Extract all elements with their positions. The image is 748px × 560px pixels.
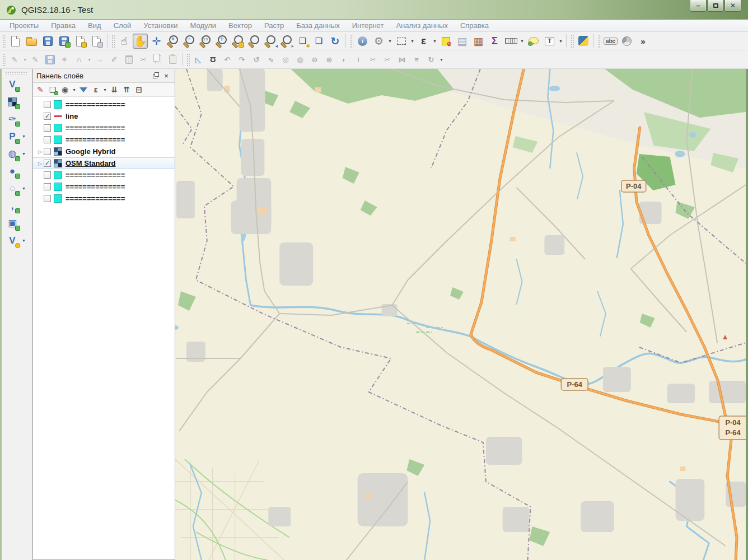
rotate-point-symbols-button[interactable]: ↻ [424,53,438,66]
add-raster-layer-button[interactable] [4,94,21,110]
layer-checkbox[interactable]: ✓ [44,160,51,167]
expression-dropdown[interactable]: ▾ [432,34,438,49]
pan-map-button[interactable]: ✋ [133,34,148,49]
filter-expression-button[interactable]: ε [90,83,102,96]
labeling-button[interactable]: abc [603,34,618,49]
rotate-feature-button[interactable]: ↺ [250,53,263,66]
layers-panel-header[interactable]: Панель слоёв × [33,69,175,83]
toolbar-grip[interactable] [5,71,27,74]
toolbar-grip[interactable] [186,53,190,66]
layer-checkbox[interactable] [44,195,51,202]
merge-attributes-button[interactable]: ≡ [410,53,423,66]
select-features-button[interactable] [394,34,409,49]
refresh-button[interactable]: ↻ [328,34,343,49]
layer-checkbox[interactable]: ✓ [44,113,51,120]
layer-row[interactable]: ============== [33,169,175,181]
add-postgis-layer-button[interactable]: P [4,128,21,144]
shapefile-dropdown[interactable]: ▾ [21,233,27,248]
new-composer-button[interactable] [73,34,88,49]
maximize-button[interactable] [707,0,724,12]
open-project-button[interactable] [24,34,39,49]
identify-button[interactable]: i [355,34,370,49]
save-edits-button[interactable] [43,53,57,66]
undo-button[interactable]: ↶ [221,53,234,66]
add-group-button[interactable]: ❏ [46,83,59,96]
advanced-dropdown[interactable]: ▾ [438,52,445,67]
text-annotation-button[interactable]: T [542,34,557,49]
layer-row[interactable]: ============== [33,99,175,110]
menu-projects[interactable]: Проекты [3,21,45,30]
toolbar-grip[interactable] [111,34,115,48]
menu-analysis[interactable]: Анализ данных [390,21,454,30]
postgis-dropdown[interactable]: ▾ [21,129,27,144]
show-bookmarks-button[interactable]: ❏ [311,34,326,49]
close-button[interactable]: ✕ [724,0,741,12]
minimize-button[interactable]: – [690,0,707,12]
pan-to-selection-button[interactable]: ✛ [149,34,164,49]
select-dropdown[interactable]: ▾ [409,34,415,49]
zoom-in-button[interactable]: + [165,34,180,49]
snapping-button[interactable]: Ω [206,53,219,66]
attribute-table-button[interactable]: ▤ [455,34,470,49]
wms-dropdown[interactable]: ▾ [21,146,27,161]
layer-row[interactable]: ============== [33,193,175,204]
measure-button[interactable] [503,34,518,49]
node-tool-button[interactable]: ✐ [107,53,121,66]
copy-features-button[interactable] [151,53,165,66]
add-vector-layer-button[interactable]: V [4,76,21,92]
layer-checkbox[interactable] [44,124,51,132]
expand-all-button[interactable]: ⇊ [108,83,120,96]
style-manager-button[interactable]: ✎ [34,83,46,96]
merge-features-button[interactable]: ⋈ [395,53,409,66]
layer-row[interactable]: ▷✓OSM Standard [33,157,175,169]
layer-row[interactable]: ▷Google Hybrid [33,146,175,157]
layer-checkbox[interactable] [44,101,51,108]
split-features-button[interactable]: ✂ [366,53,380,66]
add-virtual-layer-button[interactable]: ▣ [4,215,21,231]
map-canvas[interactable]: P-04 P-64 P-04 P-64 [175,69,746,560]
menu-edit[interactable]: Правка [45,21,82,30]
delete-ring-button[interactable]: ⊘ [308,53,321,66]
add-wfs-layer-button[interactable]: ◌ [4,180,21,197]
toolbar-grip[interactable] [2,53,6,66]
zoom-full-button[interactable]: ✛ [214,34,229,49]
new-project-button[interactable] [8,34,23,49]
circular-dropdown[interactable]: ▾ [86,52,92,67]
measure-dropdown[interactable]: ▾ [519,34,525,49]
add-wms-layer-button[interactable]: ◍ [4,146,21,162]
run-action-dropdown[interactable]: ▾ [387,34,393,49]
toolbar-overflow-button[interactable]: » [635,34,651,49]
current-edits-button[interactable]: ✎ [8,53,21,66]
toolbar-grip[interactable] [570,34,574,48]
composer-manager-button[interactable] [89,34,104,49]
add-spatialite-layer-button[interactable]: ✑ [4,111,21,127]
remove-layer-button[interactable]: ⊟ [133,83,145,96]
split-parts-button[interactable]: ✂ [381,53,394,66]
title-bar[interactable]: QGIS2.18.16 - Test – ✕ [0,0,748,20]
menu-view[interactable]: Вид [82,21,107,30]
delete-part-button[interactable]: ⊗ [322,53,336,66]
advanced-digitizing-button[interactable]: ◺ [191,53,205,66]
filter-expression-dropdown[interactable]: ▾ [102,82,108,97]
add-ring-button[interactable]: ◎ [279,53,292,66]
zoom-native-button[interactable]: 1:1 [198,34,213,49]
visibility-dropdown[interactable]: ▾ [71,82,77,97]
toolbar-grip[interactable] [597,34,601,48]
close-panel-button[interactable]: × [161,71,171,81]
zoom-out-button[interactable]: − [181,34,197,49]
new-bookmark-button[interactable]: ❏✱ [295,34,310,49]
current-edits-dropdown[interactable]: ▾ [22,52,28,67]
save-project-as-button[interactable] [57,34,72,49]
zoom-last-button[interactable]: ◂ [263,34,278,49]
layer-row[interactable]: ============== [33,122,175,134]
menu-web[interactable]: Интернет [346,21,390,30]
layer-checkbox[interactable] [44,183,51,190]
menu-help[interactable]: Справка [454,21,495,30]
deselect-all-button[interactable]: ⊘ [438,34,454,49]
layer-row[interactable]: ============== [33,134,175,146]
filter-legend-button[interactable] [77,83,90,96]
statistics-button[interactable]: ▦ [471,34,486,49]
layer-checkbox[interactable] [44,148,51,155]
layer-checkbox[interactable] [44,136,51,143]
menu-vector[interactable]: Вектор [222,21,258,30]
